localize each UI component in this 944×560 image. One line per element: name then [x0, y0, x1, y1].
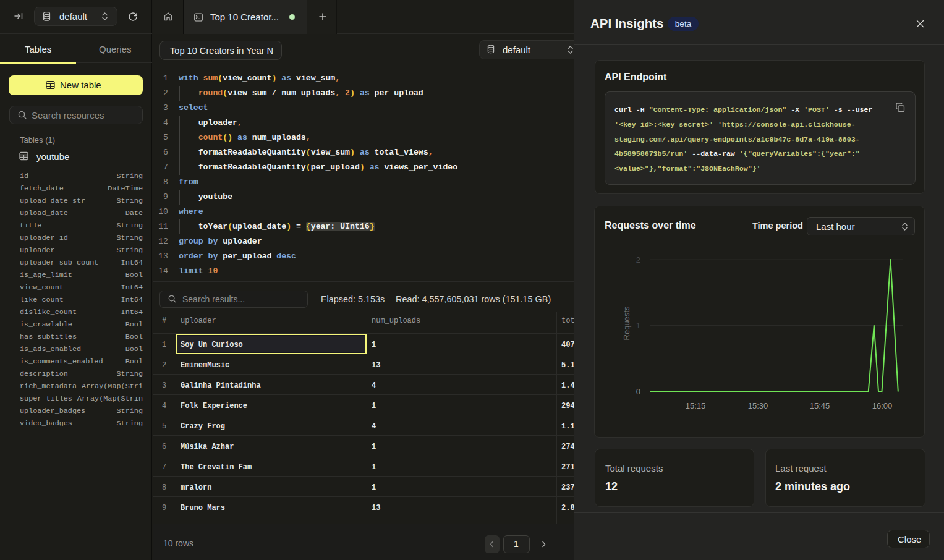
svg-text:2: 2 [636, 255, 640, 265]
svg-text:1: 1 [636, 321, 640, 330]
svg-text:15:30: 15:30 [748, 401, 768, 410]
svg-text:Requests: Requests [622, 306, 631, 340]
svg-text:0: 0 [636, 387, 640, 396]
svg-text:16:00: 16:00 [872, 401, 893, 410]
svg-text:15:45: 15:45 [810, 401, 830, 410]
svg-text:15:15: 15:15 [686, 401, 706, 410]
